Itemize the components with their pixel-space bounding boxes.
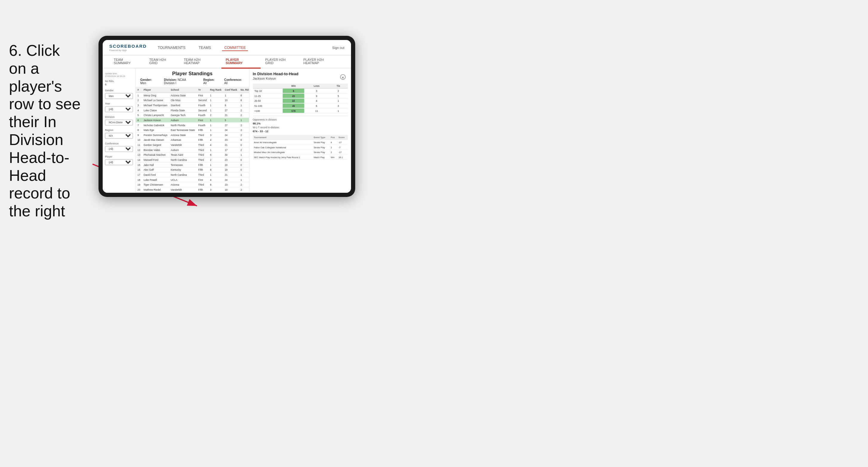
filter-conference: Conference: All xyxy=(224,78,244,85)
wlt-record: 674 - 33 - 12 xyxy=(253,129,348,133)
table-row[interactable]: 5 Christo Lamprecht Georgia Tech Fourth … xyxy=(136,113,249,118)
table-row[interactable]: 17 David Ford North Carolina Third 1 21 … xyxy=(136,172,249,177)
cell-no-rds: 2 xyxy=(239,187,249,192)
cell-rank: 8 xyxy=(136,127,142,132)
table-row[interactable]: 1 Wenyi Ding Arizona State First 1 1 8 1 xyxy=(136,93,249,98)
cell-rank: 6 xyxy=(136,118,142,123)
tab-team-summary[interactable]: TEAM SUMMARY xyxy=(109,56,145,69)
cell-reg-rank: 8 xyxy=(208,167,223,172)
nav-tournaments[interactable]: TOURNAMENTS xyxy=(156,44,187,51)
table-row[interactable]: 10 Jacob Mac Diesen Arkansas Fifth 4 23 … xyxy=(136,137,249,143)
h2h-close-button[interactable]: ✕ xyxy=(340,74,346,80)
col-conf-rank: Conf Rank xyxy=(223,87,239,93)
h2h-tie: 1 xyxy=(329,108,348,113)
t-pos: 2 xyxy=(330,150,337,155)
table-row[interactable]: 3 Michael Thorbjornsen Stanford Fourth 1… xyxy=(136,103,249,108)
table-row[interactable]: 8 Mats Ege East Tennessee State Fifth 1 … xyxy=(136,127,249,132)
cell-school: North Florida xyxy=(169,123,197,128)
table-row[interactable]: 9 Preston Summerhays Arizona State Third… xyxy=(136,132,249,137)
table-row[interactable]: 19 Tiger Christensen Arizona Third 8 23 … xyxy=(136,182,249,187)
standings-table: # Player School Yr Reg Rank Conf Rank No… xyxy=(136,87,249,193)
cell-no-rds: 0 xyxy=(239,162,249,167)
cell-player: Christo Lamprecht xyxy=(142,113,169,118)
h2h-loss: 11 xyxy=(304,108,329,113)
h2h-table: Win Loss Tie Top 10 8 3 2 11-25 20 9 5 2… xyxy=(253,84,348,114)
tournament-table: Tournament Event Type Pos Score Amer Ari… xyxy=(253,135,348,160)
cell-reg-rank: 1 xyxy=(208,103,223,108)
cell-conf-rank: 1 xyxy=(223,93,239,98)
table-row[interactable]: 2 Michael La Sasse Ole Miss Second 1 10 … xyxy=(136,98,249,103)
division-select[interactable]: NCAA Division I xyxy=(105,119,133,125)
cell-rank: 18 xyxy=(136,177,142,182)
cell-conf-rank: 23 xyxy=(223,137,239,143)
cell-rank: 14 xyxy=(136,157,142,162)
cell-no-rds: 2 xyxy=(239,147,249,153)
cell-reg-rank: 6 xyxy=(208,192,223,193)
cell-no-rds: 8 xyxy=(239,98,249,103)
standings-filters: Gender: Men Division: NCAA Division I Re… xyxy=(140,78,244,85)
tab-player-h2h-heatmap[interactable]: PLAYER H2H HEATMAP xyxy=(299,56,344,69)
region-select[interactable]: N/A xyxy=(105,133,133,139)
nav-teams[interactable]: TEAMS xyxy=(196,44,213,51)
cell-player: Preston Summerhays xyxy=(142,132,169,137)
t-tournament: Amer Ari Intercollegiate xyxy=(253,139,313,145)
cell-conf-rank: 23 xyxy=(223,157,239,162)
tab-player-summary[interactable]: PLAYER SUMMARY xyxy=(221,56,260,69)
table-row[interactable]: 18 Luke Powell UCLA First 4 24 1 0 xyxy=(136,177,249,182)
table-row[interactable]: 20 Matthew Riedel Vanderbilt Fifth 3 19 … xyxy=(136,187,249,192)
player-select[interactable]: (All) xyxy=(105,159,133,165)
right-panel: In Division Head-to-Head Jackson Koivun … xyxy=(249,69,351,193)
cell-player: Wenyi Ding xyxy=(142,93,169,98)
t-event-type: Stroke Play xyxy=(312,145,330,150)
h2h-loss: 4 xyxy=(304,98,329,103)
t-score: -17 xyxy=(337,139,348,145)
region-label: Region xyxy=(105,129,133,132)
h2h-loss: 3 xyxy=(304,88,329,93)
cell-school: Florida State xyxy=(169,108,197,113)
tab-player-h2h-grid[interactable]: PLAYER H2H GRID xyxy=(261,56,299,69)
cell-conf-rank: 30 xyxy=(223,152,239,157)
tournament-row[interactable]: Mirabel Maui Jim Intercollegiate Stroke … xyxy=(253,150,348,155)
h2h-win: 22 xyxy=(283,98,304,103)
h2h-row: 51-100 46 6 3 xyxy=(253,103,348,108)
table-row[interactable]: 13 Phichaisak Maichon Texas A&M Third 6 … xyxy=(136,152,249,157)
opponents-section: Opponents in division: 98.1% W-L-T recor… xyxy=(253,116,348,132)
gender-select[interactable]: Men xyxy=(105,93,133,99)
nav-bar: SCOREBOARD Powered by clippi TOURNAMENTS… xyxy=(103,40,351,56)
table-row[interactable]: 12 Brendan Valles Auburn Third 1 17 2 0 xyxy=(136,147,249,153)
cell-conf-rank: 21 xyxy=(223,172,239,177)
nav-committee[interactable]: COMMITTEE xyxy=(222,44,248,51)
table-row[interactable]: 4 Luke Claton Florida State Second 1 27 … xyxy=(136,108,249,113)
conference-select[interactable]: (All) xyxy=(105,146,133,152)
table-row[interactable]: 14 Maxwell Ford North Carolina Third 2 2… xyxy=(136,157,249,162)
cell-player: Taehoon Song xyxy=(142,192,169,193)
sign-out-button[interactable]: Sign out xyxy=(332,46,344,49)
table-row[interactable]: 11 Gordon Sargent Vanderbilt Third 4 21 … xyxy=(136,142,249,147)
tournament-row[interactable]: Fallon Oak Collegiate Invitational Strok… xyxy=(253,145,348,150)
table-row[interactable]: 15 Jake Hall Tennessee Fifth 1 20 0 0 xyxy=(136,162,249,167)
cell-year: Fifth xyxy=(197,162,208,167)
h2h-win: 8 xyxy=(283,88,304,93)
year-select[interactable]: (All) xyxy=(105,106,133,112)
tab-team-h2h-heatmap[interactable]: TEAM H2H HEATMAP xyxy=(179,56,221,69)
table-row[interactable]: 6 Jackson Koivun Auburn First 1 5 1 1 xyxy=(136,118,249,123)
tab-team-h2h-grid[interactable]: TEAM H2H GRID xyxy=(145,56,179,69)
cell-player: Nicholas Gabrelcik xyxy=(142,123,169,128)
table-row[interactable]: 21 Taehoon Song Washington Fourth 6 23 2… xyxy=(136,192,249,193)
h2h-win: 578 xyxy=(283,108,304,113)
sidebar-player: Player (All) xyxy=(105,155,133,165)
cell-no-rds: 1 xyxy=(239,152,249,157)
cell-player: Luke Claton xyxy=(142,108,169,113)
tournament-row[interactable]: Amer Ari Intercollegiate Stroke Play 4 -… xyxy=(253,139,348,145)
table-row[interactable]: 7 Nicholas Gabrelcik North Florida Fourt… xyxy=(136,123,249,128)
cell-no-rds: 1 xyxy=(239,177,249,182)
table-row[interactable]: 16 Alex Goff Kentucky Fifth 8 19 0 0 xyxy=(136,167,249,172)
h2h-row: Top 10 8 3 2 xyxy=(253,88,348,93)
cell-player: Jackson Koivun xyxy=(142,118,169,123)
cell-rank: 9 xyxy=(136,132,142,137)
cell-conf-rank: 27 xyxy=(223,108,239,113)
cell-school: Kentucky xyxy=(169,167,197,172)
cell-rank: 3 xyxy=(136,103,142,108)
h2h-range: Top 10 xyxy=(253,88,283,93)
tournament-row[interactable]: SEC Match Play Hosted by Jerry Pate Roun… xyxy=(253,155,348,160)
